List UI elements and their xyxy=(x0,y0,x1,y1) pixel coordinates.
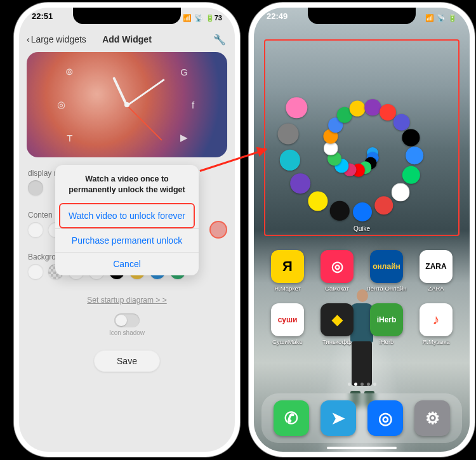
app-icon: ◆ xyxy=(321,303,354,336)
spiral-app-icon[interactable] xyxy=(406,147,423,165)
status-time: 22:49 xyxy=(267,11,288,24)
app-label: iHerb xyxy=(380,338,394,345)
signal-icon: 📶 xyxy=(183,14,192,22)
cancel-button[interactable]: Cancel xyxy=(55,252,199,275)
app-label: Самокат xyxy=(325,285,349,292)
app-row-2: сушиСушиMake◆ТинькоффiHerbiHerb♪Я.Музыка xyxy=(254,303,470,345)
app-СушиMake[interactable]: сушиСушиMake xyxy=(266,303,309,345)
app-label: Тинькофф xyxy=(322,338,352,345)
app-icon: ZARA xyxy=(420,250,453,283)
app-icon: Я xyxy=(271,250,304,283)
unlock-sheet: Watch a video once to permanently unlock… xyxy=(55,165,199,275)
app-label: Лента Онлайн xyxy=(367,285,407,292)
sheet-message: Watch a video once to permanently unlock… xyxy=(55,165,199,203)
status-time: 22:51 xyxy=(32,11,53,24)
app-label: Я.Маркет xyxy=(274,285,301,292)
app-label: ZARA xyxy=(428,285,444,292)
app-icon: суши xyxy=(271,303,304,336)
widget-name-label: Quike xyxy=(265,225,458,232)
spiral-app-icon[interactable] xyxy=(280,150,300,170)
wifi-icon: 📡 xyxy=(437,14,446,22)
app-Я.Музыка[interactable]: ♪Я.Музыка xyxy=(414,303,458,345)
app-icon: iHerb xyxy=(370,303,403,336)
spiral-app-icon[interactable] xyxy=(286,97,307,118)
watch-video-button[interactable]: Watch video to unlock forever xyxy=(59,203,195,228)
home-indicator[interactable] xyxy=(327,447,397,449)
app-label: Я.Музыка xyxy=(422,338,449,345)
app-Лента Онлайн[interactable]: онлайнЛента Онлайн xyxy=(365,250,408,292)
spiral-app-icon[interactable] xyxy=(308,191,327,211)
dock-settings[interactable]: ⚙ xyxy=(414,400,450,436)
app-label: СушиMake xyxy=(272,338,303,345)
phone-left: 22:51 📶 📡 🔋73 ‹ Large widgets Add Widget… xyxy=(19,8,235,452)
page-dots[interactable] xyxy=(254,383,470,386)
screen-left: ‹ Large widgets Add Widget 🔧 ◉₽Gf▶➤♪🐦T◎⊚… xyxy=(19,8,235,452)
spiral-app-icon[interactable] xyxy=(402,166,420,184)
spiral-app-icon[interactable] xyxy=(374,196,393,214)
spiral-app-icon[interactable] xyxy=(402,129,420,146)
app-Самокат[interactable]: ◎Самокат xyxy=(315,250,359,292)
app-row-1: ЯЯ.Маркет◎СамокатонлайнЛента ОнлайнZARAZ… xyxy=(254,250,470,292)
battery-icon: 🔋73 xyxy=(206,14,222,22)
spiral-app-icon[interactable] xyxy=(353,202,372,221)
app-icon: ◎ xyxy=(321,250,354,283)
dock-telegram[interactable]: ➤ xyxy=(321,400,356,436)
spiral-app-icon[interactable] xyxy=(392,183,410,202)
spiral-widget[interactable] xyxy=(362,149,362,150)
spiral-app-icon[interactable] xyxy=(350,101,366,117)
battery-icon: 🔋 xyxy=(448,14,457,22)
purchase-button[interactable]: Purchase permanent unlock xyxy=(55,228,199,252)
app-icon: онлайн xyxy=(370,250,403,283)
app-Я.Маркет[interactable]: ЯЯ.Маркет xyxy=(266,250,309,292)
spiral-app-icon[interactable] xyxy=(291,173,311,194)
signal-icon: 📶 xyxy=(425,14,434,22)
app-ZARA[interactable]: ZARAZARA xyxy=(414,250,458,292)
dock: ✆➤◎⚙ xyxy=(261,393,462,443)
status-indicators: 📶 📡 🔋73 xyxy=(183,11,222,24)
app-iHerb[interactable]: iHerbiHerb xyxy=(365,303,408,345)
app-Тинькофф[interactable]: ◆Тинькофф xyxy=(315,303,359,345)
spiral-app-icon[interactable] xyxy=(393,114,410,131)
spiral-app-icon[interactable] xyxy=(278,123,299,144)
dock-safari[interactable]: ◎ xyxy=(367,400,403,436)
dock-phone[interactable]: ✆ xyxy=(274,400,309,436)
notch xyxy=(308,8,416,24)
spiral-app-icon[interactable] xyxy=(330,201,350,221)
status-indicators: 📶 📡 🔋 xyxy=(425,11,457,24)
home-widget-highlight: Quike xyxy=(264,39,459,236)
wifi-icon: 📡 xyxy=(194,14,203,22)
phone-right: 22:49 📶 📡 🔋 Quike ЯЯ.Маркет◎Самокатонлай… xyxy=(254,8,470,452)
spiral-app-icon[interactable] xyxy=(364,100,380,115)
notch xyxy=(73,8,181,24)
app-icon: ♪ xyxy=(420,303,453,336)
